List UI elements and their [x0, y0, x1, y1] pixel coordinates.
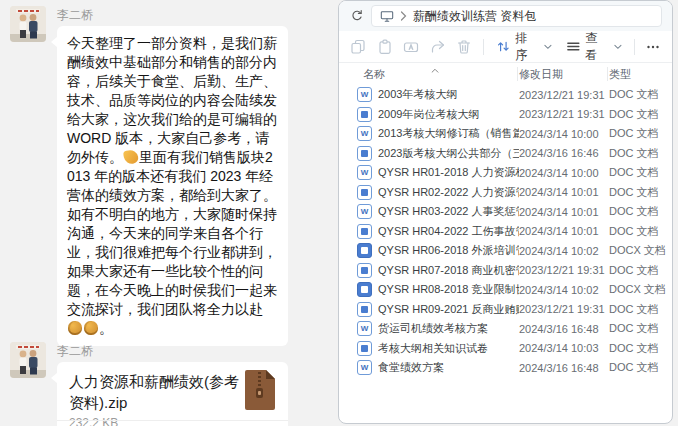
file-name: 2013考核大纲修订稿（销售篇）: [378, 126, 519, 141]
file-row[interactable]: QYSR HR07-2018 商业机密管理规范 2023/12/21 19:31…: [339, 261, 672, 281]
document-icon: [357, 87, 372, 102]
file-date-modified: 2024/3/16 16:48: [519, 362, 609, 374]
file-name: QYSR HR07-2018 商业机密管理规范: [378, 263, 519, 278]
this-pc-icon: [380, 10, 394, 23]
file-type: DOC 文档: [609, 87, 659, 102]
address-bar[interactable]: 薪酬绩效训练营 资料包: [371, 5, 662, 27]
file-row[interactable]: QYSR HR03-2022 人事奖惩管理细则-ok 2024/3/14 10:…: [339, 202, 672, 222]
file-name: QYSR HR03-2022 人事奖惩管理细则-ok: [378, 204, 519, 219]
document-icon: [357, 185, 372, 200]
message-text-segment: 。: [99, 320, 113, 336]
file-type: DOC 文档: [609, 107, 659, 122]
delete-button[interactable]: [451, 34, 478, 60]
view-lines-icon: [566, 39, 581, 54]
screenshot-root: 李二桥 今天整理了一部分资料，是我们薪酬绩效中基础部分和销售的部分内容，后续关于…: [0, 0, 678, 426]
file-attachment-card[interactable]: 人力资源和薪酬绩效(参考资料).zip 232.2 KB: [57, 362, 288, 426]
file-date-modified: 2023/12/21 19:31: [519, 89, 609, 101]
file-type: DOCX 文档: [609, 243, 666, 258]
sort-button[interactable]: 排序: [489, 34, 559, 60]
avatar-photo: [10, 6, 46, 42]
file-date-modified: 2023/12/21 19:31: [519, 303, 609, 315]
toolbar-divider: [483, 39, 484, 55]
file-name: 2003年考核大纲: [378, 87, 519, 102]
column-headers: 名称 修改日期 类型: [339, 63, 672, 85]
message-bubble[interactable]: 今天整理了一部分资料，是我们薪酬绩效中基础部分和销售的部分内容，后续关于食堂、后…: [57, 26, 288, 346]
file-name: 2009年岗位考核大纲: [378, 107, 519, 122]
file-date-modified: 2024/3/14 10:00: [519, 128, 609, 140]
attachment-file-size: 232.2 KB: [69, 416, 276, 426]
document-icon: [357, 204, 372, 219]
message-text-segment: 里面有我们销售版块2013 年的版本还有我们 2023 年经营体的绩效方案，都给…: [67, 149, 277, 317]
column-header-date[interactable]: 修改日期: [519, 67, 609, 82]
file-date-modified: 2024/3/14 10:01: [519, 225, 609, 237]
file-name: QYSR HR01-2018 人力资源标准: [378, 165, 519, 180]
file-date-modified: 2024/3/14 10:00: [519, 167, 609, 179]
file-row[interactable]: 食堂绩效方案 2024/3/16 16:48 DOC 文档: [339, 358, 672, 378]
column-header-type[interactable]: 类型: [609, 67, 669, 82]
paste-button[interactable]: [372, 34, 399, 60]
file-name: QYSR HR02-2022 人力资源管理规范: [378, 185, 519, 200]
sort-arrows-icon: [496, 39, 511, 54]
file-row[interactable]: 2023版考核大纲公共部分（三项基础考... 2024/3/16 16:46 D…: [339, 144, 672, 164]
document-icon: [357, 263, 372, 278]
sender-avatar[interactable]: [10, 342, 46, 378]
file-date-modified: 2024/3/14 10:02: [519, 284, 609, 296]
view-label: 查看: [585, 30, 608, 64]
file-name: 货运司机绩效考核方案: [378, 321, 519, 336]
document-icon: [357, 107, 372, 122]
column-divider[interactable]: [607, 67, 608, 81]
sort-label: 排序: [515, 30, 538, 64]
file-list: 名称 修改日期 类型 2003年考核大纲 2023/12/21 19:31 DO…: [339, 63, 672, 378]
file-type: DOC 文档: [609, 165, 659, 180]
document-icon: [357, 146, 372, 161]
file-date-modified: 2024/3/14 10:01: [519, 206, 609, 218]
file-row[interactable]: 2003年考核大纲 2023/12/21 19:31 DOC 文档: [339, 85, 672, 105]
document-icon: [357, 360, 372, 375]
document-icon: [357, 126, 372, 141]
share-button[interactable]: [425, 34, 452, 60]
file-row[interactable]: QYSR HR06-2018 外派培训管理细则 -ok 2024/3/14 10…: [339, 241, 672, 261]
file-row[interactable]: QYSR HR09-2021 反商业贿赂管理细则 2023/12/21 19:3…: [339, 300, 672, 320]
file-name: QYSR HR04-2022 工伤事故管理细则- ok: [378, 224, 519, 239]
message-text: 今天整理了一部分资料，是我们薪酬绩效中基础部分和销售的部分内容，后续关于食堂、后…: [67, 35, 277, 336]
file-explorer-window: 薪酬绩效训练营 资料包: [338, 0, 673, 424]
file-row[interactable]: 2009年岗位考核大纲 2023/12/21 19:31 DOC 文档: [339, 105, 672, 125]
file-date-modified: 2024/3/14 10:01: [519, 186, 609, 198]
file-date-modified: 2024/3/16 16:46: [519, 147, 609, 159]
document-icon: [357, 321, 372, 336]
rename-button[interactable]: [398, 34, 425, 60]
sender-avatar[interactable]: [10, 6, 46, 42]
column-header-name[interactable]: 名称: [363, 67, 519, 82]
refresh-icon[interactable]: [347, 6, 367, 26]
file-row[interactable]: QYSR HR02-2022 人力资源管理规范 2024/3/14 10:01 …: [339, 183, 672, 203]
address-bar-row: 薪酬绩效训练营 资料包: [339, 1, 672, 31]
sender-name: 李二桥: [57, 7, 93, 24]
file-name: 2023版考核大纲公共部分（三项基础考...: [378, 146, 519, 161]
card-divider: [57, 420, 288, 421]
file-row[interactable]: 考核大纲相关知识试卷 2024/3/14 10:03 DOC 文档: [339, 339, 672, 359]
file-date-modified: 2024/3/14 10:02: [519, 245, 609, 257]
file-type: DOC 文档: [609, 341, 659, 356]
copy-button[interactable]: [345, 34, 372, 60]
breadcrumb[interactable]: 薪酬绩效训练营 资料包: [413, 8, 536, 25]
file-type: DOCX 文档: [609, 282, 666, 297]
file-type: DOC 文档: [609, 146, 659, 161]
file-row[interactable]: QYSR HR01-2018 人力资源标准 2024/3/14 10:00 DO…: [339, 163, 672, 183]
document-icon: [357, 341, 372, 356]
more-options-button[interactable]: [640, 34, 667, 60]
zip-file-icon: [245, 370, 275, 410]
file-type: DOC 文档: [609, 302, 659, 317]
column-divider[interactable]: [517, 67, 518, 81]
view-button[interactable]: 查看: [559, 34, 629, 60]
ellipsis-icon: [646, 40, 660, 54]
file-row[interactable]: 2013考核大纲修订稿（销售篇） 2024/3/14 10:00 DOC 文档: [339, 124, 672, 144]
fist-emoji: [84, 321, 98, 335]
document-icon: [357, 165, 372, 180]
file-name: 食堂绩效方案: [378, 360, 519, 375]
file-row[interactable]: QYSR HR08-2018 竞业限制协议 2024/3/14 10:02 DO…: [339, 280, 672, 300]
file-row[interactable]: 货运司机绩效考核方案 2024/3/16 16:48 DOC 文档: [339, 319, 672, 339]
file-row[interactable]: QYSR HR04-2022 工伤事故管理细则- ok 2024/3/14 10…: [339, 222, 672, 242]
sender-name: 李二桥: [57, 343, 93, 360]
file-date-modified: 2023/12/21 19:31: [519, 264, 609, 276]
document-icon: [357, 224, 372, 239]
